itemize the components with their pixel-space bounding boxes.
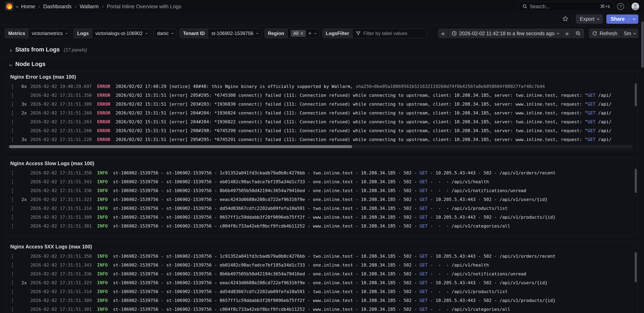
row-menu-icon[interactable]: ⋮ bbox=[10, 92, 15, 98]
log-row[interactable]: ⋮2026-02-02 17:31:51.263 ERROR 2026/02/0… bbox=[10, 117, 638, 126]
dedup-count: 2x bbox=[15, 197, 27, 202]
row-stats-from-logs[interactable]: Stats from Logs (17 panels) bbox=[0, 41, 644, 56]
dedup-count: 3x bbox=[15, 137, 27, 142]
log-row[interactable]: ⋮2026-02-02 17:31:51.350 INFO st-106902-… bbox=[10, 168, 638, 177]
export-button[interactable]: Export bbox=[576, 14, 602, 24]
datasource-select[interactable]: danic bbox=[154, 29, 176, 38]
share-button[interactable]: Share bbox=[606, 14, 629, 24]
row-node-logs[interactable]: Node Logs bbox=[0, 57, 644, 70]
refresh-button[interactable]: Refresh bbox=[589, 28, 621, 38]
log-line: 2026-02-02 17:31:51.343 INFO st-106902-1… bbox=[30, 263, 638, 268]
logs-label: Logs bbox=[74, 29, 92, 38]
row-menu-icon[interactable]: ⋮ bbox=[10, 253, 15, 259]
time-range-picker[interactable]: 2026-02-02 11:42:18 to a few seconds ago bbox=[448, 28, 562, 38]
logs-select[interactable]: victorialogs-st-106902 bbox=[92, 29, 150, 38]
metrics-select[interactable]: victoriametrics bbox=[28, 29, 70, 38]
chip-remove-icon[interactable]: × bbox=[300, 30, 303, 36]
time-shift-forward-button[interactable]: » bbox=[562, 28, 572, 38]
log-row[interactable]: ⋮2026-02-02 17:31:51.350 ERROR 2026/02/0… bbox=[10, 91, 638, 100]
zoom-out-button[interactable] bbox=[572, 28, 584, 38]
row-menu-icon[interactable]: ⋮ bbox=[10, 289, 15, 295]
row-menu-icon[interactable]: ⋮ bbox=[10, 128, 15, 134]
horizontal-scrollbar[interactable] bbox=[9, 145, 632, 148]
panel-title[interactable]: Nginx Access 5XX Logs (max 100) bbox=[6, 241, 638, 250]
region-chip-all[interactable]: All × bbox=[291, 30, 306, 37]
row-menu-icon[interactable]: ⋮ bbox=[10, 197, 15, 202]
log-row[interactable]: ⋮2026-02-02 17:31:51.301 INFO st-106902-… bbox=[10, 222, 638, 230]
logsfilter-input[interactable] bbox=[364, 30, 424, 36]
chevron-down-icon bbox=[16, 5, 19, 8]
help-icon[interactable]: ? bbox=[617, 3, 624, 10]
row-menu-icon[interactable]: ⋮ bbox=[10, 223, 15, 229]
dedup-count: 6x bbox=[15, 84, 27, 89]
tenant-select[interactable]: st-106902-1539756 bbox=[208, 29, 261, 38]
row-menu-icon[interactable]: ⋮ bbox=[10, 262, 15, 268]
log-row[interactable]: ⋮2026-02-02 17:31:51.336 INFO st-106902-… bbox=[10, 269, 638, 278]
divider bbox=[628, 3, 628, 10]
breadcrumb-dashboards[interactable]: Dashboards bbox=[43, 3, 72, 10]
page-scrollbar[interactable] bbox=[642, 13, 644, 313]
log-row[interactable]: ⋮2026-02-02 17:31:51.301 INFO st-106902-… bbox=[10, 305, 638, 313]
share-menu-button[interactable] bbox=[629, 14, 638, 24]
region-chip-label: All bbox=[293, 31, 298, 36]
panel-title[interactable]: Nginx Access Slow Logs (max 100) bbox=[6, 158, 638, 166]
horizontal-scrollbar-thumb[interactable] bbox=[9, 145, 352, 148]
star-icon[interactable] bbox=[562, 16, 568, 22]
log-row[interactable]: ⋮2026-02-02 17:31:51.336 INFO st-106902-… bbox=[10, 186, 638, 195]
row-menu-icon[interactable]: ⋮ bbox=[10, 83, 15, 89]
time-shift-back-button[interactable]: « bbox=[438, 28, 448, 38]
log-row[interactable]: ⋮2026-02-02 17:31:51.343 INFO st-106902-… bbox=[10, 261, 638, 269]
breadcrumb-home[interactable]: Home bbox=[21, 3, 35, 10]
panel-scrollbar-thumb[interactable] bbox=[635, 252, 637, 282]
breadcrumb: Home › Dashboards › Wallarm › Portal Inl… bbox=[21, 3, 181, 10]
log-row[interactable]: ⋮2026-02-02 17:31:51.309 INFO st-106902-… bbox=[10, 213, 638, 222]
log-line: 2026-02-02 17:31:51.309 INFO st-106902-1… bbox=[30, 215, 638, 220]
panel-scrollbar-thumb[interactable] bbox=[635, 83, 637, 106]
chevron-down-icon bbox=[597, 17, 599, 20]
log-row[interactable]: ⋮6x2026-02-02 19:48:29.697 ERROR 2026/02… bbox=[10, 82, 638, 91]
log-row[interactable]: ⋮2x2026-02-02 17:31:51.323 INFO st-10690… bbox=[10, 278, 638, 287]
log-row[interactable]: ⋮2x2026-02-02 17:31:51.269 ERROR 2026/02… bbox=[10, 108, 638, 117]
row-menu-icon[interactable]: ⋮ bbox=[10, 298, 15, 303]
user-avatar[interactable] bbox=[632, 2, 639, 10]
row-menu-icon[interactable]: ⋮ bbox=[10, 214, 15, 220]
log-row[interactable]: ⋮2026-02-02 17:31:51.350 INFO st-106902-… bbox=[10, 252, 638, 261]
log-panel-nginx-error-logs: Nginx Error Logs (max 100)⋮6x2026-02-02 … bbox=[6, 71, 638, 150]
search-input[interactable]: Search... ⌘+k bbox=[519, 2, 614, 11]
clock-icon bbox=[452, 31, 457, 36]
log-row[interactable]: ⋮2026-02-02 17:31:51.260 ERROR 2026/02/0… bbox=[10, 126, 638, 135]
page-scrollbar-thumb[interactable] bbox=[642, 21, 644, 68]
row-menu-icon[interactable]: ⋮ bbox=[10, 110, 15, 116]
log-line: 2026-02-02 17:31:51.269 ERROR 2026/02/02… bbox=[30, 110, 638, 115]
log-row[interactable]: ⋮3x2026-02-02 17:31:51.220 ERROR 2026/02… bbox=[10, 135, 638, 144]
grafana-logo[interactable] bbox=[5, 2, 14, 11]
clear-selection-icon[interactable]: × bbox=[308, 30, 311, 36]
log-row[interactable]: ⋮2026-02-02 17:31:51.314 INFO st-106902-… bbox=[10, 287, 638, 296]
logsfilter-field[interactable] bbox=[352, 29, 427, 38]
log-row[interactable]: ⋮2026-02-02 17:31:51.314 INFO st-106902-… bbox=[10, 204, 638, 213]
row-menu-icon[interactable]: ⋮ bbox=[10, 119, 15, 125]
breadcrumb-folder[interactable]: Wallarm bbox=[80, 3, 98, 10]
log-row[interactable]: ⋮2026-02-02 17:31:51.309 INFO st-106902-… bbox=[10, 296, 638, 305]
row-menu-icon[interactable]: ⋮ bbox=[10, 306, 15, 312]
time-range-group: « 2026-02-02 11:42:18 to a few seconds a… bbox=[438, 28, 584, 38]
row-menu-icon[interactable]: ⋮ bbox=[10, 271, 15, 277]
org-menu[interactable] bbox=[5, 2, 18, 11]
row-menu-icon[interactable]: ⋮ bbox=[10, 101, 15, 107]
log-row[interactable]: ⋮3x2026-02-02 17:31:51.309 ERROR 2026/02… bbox=[10, 100, 638, 108]
row-menu-icon[interactable]: ⋮ bbox=[10, 179, 15, 185]
log-row[interactable]: ⋮2026-02-02 17:31:51.343 INFO st-106902-… bbox=[10, 177, 638, 186]
panel-scrollbar-thumb[interactable] bbox=[635, 169, 637, 193]
row-menu-icon[interactable]: ⋮ bbox=[10, 137, 15, 142]
log-line: 2026-02-02 17:31:51.314 INFO st-106902-1… bbox=[30, 289, 638, 294]
row-menu-icon[interactable]: ⋮ bbox=[10, 205, 15, 211]
panel-title[interactable]: Nginx Error Logs (max 100) bbox=[6, 71, 638, 80]
row-menu-icon[interactable]: ⋮ bbox=[10, 188, 15, 194]
row-menu-icon[interactable]: ⋮ bbox=[10, 280, 15, 286]
row-menu-icon[interactable]: ⋮ bbox=[10, 170, 15, 176]
metrics-label: Metrics bbox=[5, 29, 28, 38]
refresh-interval-select[interactable]: 5m bbox=[621, 28, 638, 38]
log-row[interactable]: ⋮2x2026-02-02 17:31:51.323 INFO st-10690… bbox=[10, 195, 638, 204]
chevron-down-icon bbox=[314, 32, 316, 34]
region-select[interactable]: All × × bbox=[288, 29, 319, 38]
